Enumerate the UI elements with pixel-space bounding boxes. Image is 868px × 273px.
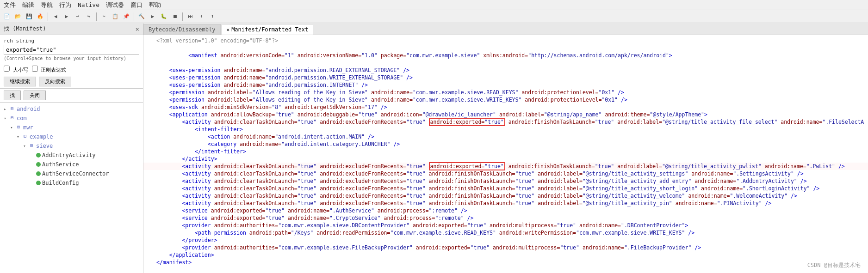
tree-item-android[interactable]: ▸ ⊞ android	[0, 104, 143, 114]
sep4	[182, 12, 183, 21]
package-icon-sieve: ⊞	[28, 143, 35, 149]
toolbar-open[interactable]: 📂	[13, 12, 23, 22]
search-close-icon[interactable]: ×	[136, 26, 139, 32]
toolbar-stop[interactable]: ⏹	[170, 12, 180, 22]
menu-edit[interactable]: 编辑	[22, 1, 34, 9]
left-panel: 找 (Manifest) × rch string (Control+Space…	[0, 23, 143, 273]
search-input[interactable]	[4, 45, 139, 55]
toolbar-save[interactable]: 💾	[24, 12, 34, 22]
search-hint: (Control+Space to browse your input hist…	[4, 56, 139, 61]
menu-window[interactable]: 窗口	[130, 1, 143, 9]
toolbar-fire[interactable]: 🔥	[35, 12, 45, 22]
class-icon-addentry	[36, 153, 41, 158]
code-line-6: <permission android:label="Allows readin…	[143, 89, 868, 96]
tab-bytecode[interactable]: Bytecode/Disassembly	[143, 24, 221, 35]
tab-bar: Bytecode/Disassembly ✕ Manifest/Formatte…	[143, 23, 868, 35]
search-form: rch string (Control+Space to browse your…	[0, 35, 143, 64]
code-line-14: </intent-filter>	[143, 148, 868, 155]
tree-label-authservice: AuthService	[42, 161, 79, 168]
menu-debugger[interactable]: 调试器	[106, 1, 124, 9]
search-panel-header: 找 (Manifest) ×	[0, 23, 143, 35]
tree-label-android: android	[17, 106, 40, 112]
menu-bar: 文件 编辑 导航 行为 Native 调试器 窗口 帮助	[0, 0, 868, 10]
code-line-9: <application android:allowBackup="true" …	[143, 111, 868, 118]
tree-label-example: example	[30, 133, 53, 140]
code-line-25: <path-permission android:path="/Keys" an…	[143, 229, 868, 237]
sep2	[96, 12, 97, 21]
code-line-26: </provider>	[143, 237, 868, 244]
tree-item-sieve[interactable]: ▾ ⊞ sieve	[0, 141, 143, 151]
close-search-button[interactable]: 关闭	[24, 91, 46, 100]
tree-label-addentry: AddEntryActivity	[42, 152, 96, 158]
code-line-24: <provider android:authorities="com.mwr.e…	[143, 222, 868, 229]
menu-navigate[interactable]: 导航	[41, 1, 53, 9]
code-line-5: <uses-permission android:name="android.p…	[143, 81, 868, 89]
watermark: CSDN @目标是技术宅	[807, 261, 861, 269]
toolbar-debug[interactable]: 🐛	[159, 12, 169, 22]
toolbar-back[interactable]: ◀	[50, 12, 61, 22]
continue-search-button[interactable]: 继续搜索	[4, 77, 36, 86]
toolbar-forward[interactable]: ▶	[62, 12, 72, 22]
toolbar-cut[interactable]: ✂	[99, 12, 109, 22]
search-panel-title: 找 (Manifest)	[4, 25, 46, 33]
toolbar-step-over[interactable]: ⏭	[185, 12, 195, 22]
code-line-2: <manifest android:versionCode="1" androi…	[143, 44, 868, 67]
tree-item-mwr[interactable]: ▾ ⊞ mwr	[0, 123, 143, 132]
code-line-19: <activity android:clearTaskOnLaunch="tru…	[143, 185, 868, 192]
expand-buildconfig	[30, 181, 36, 185]
tree-item-authserviceconnector[interactable]: AuthServiceConnector	[0, 169, 143, 178]
main-layout: 找 (Manifest) × rch string (Control+Space…	[0, 23, 868, 273]
tree-item-example[interactable]: ▾ ⊞ example	[0, 132, 143, 141]
expand-sieve[interactable]: ▾	[21, 144, 28, 148]
package-icon-mwr: ⊞	[15, 124, 22, 131]
menu-native[interactable]: Native	[78, 1, 99, 8]
search-buttons: 继续搜索 反向搜索	[0, 75, 143, 89]
toolbar-paste[interactable]: 📌	[121, 12, 131, 22]
menu-help[interactable]: 帮助	[149, 1, 161, 9]
code-line-17: <activity android:clearTaskOnLaunch="tru…	[143, 170, 868, 177]
find-button[interactable]: 找	[4, 91, 21, 100]
case-sensitive-label[interactable]: 大小写	[4, 66, 28, 73]
search-label: rch string	[4, 38, 139, 44]
regex-label[interactable]: 正则表达式	[32, 66, 67, 73]
toolbar-run[interactable]: ▶	[148, 12, 158, 22]
package-icon-example: ⊞	[21, 133, 29, 140]
toolbar-redo[interactable]: ↪	[84, 12, 94, 22]
code-line-15: </activity>	[143, 155, 868, 163]
reverse-search-button[interactable]: 反向搜索	[39, 77, 71, 86]
tree-item-addentry[interactable]: AddEntryActivity	[0, 151, 143, 160]
toolbar-step-out[interactable]: ⬆	[207, 12, 217, 22]
toolbar-undo[interactable]: ↩	[73, 12, 83, 22]
regex-checkbox[interactable]	[32, 66, 38, 72]
tab-manifest[interactable]: ✕ Manifest/Formatted Text	[222, 24, 314, 35]
sep3	[134, 12, 134, 21]
code-area[interactable]: <?xml version="1.0" encoding="UTF-8"?> <…	[143, 35, 868, 273]
toolbar-step-into[interactable]: ⬇	[196, 12, 206, 22]
code-line-3: <uses-permission android:name="android.p…	[143, 67, 868, 74]
tree-item-buildconfig[interactable]: BuildConfig	[0, 178, 143, 188]
code-line-8: <uses-sdk android:minSdkVersion="8" andr…	[143, 103, 868, 111]
package-icon-android: ⊞	[8, 106, 16, 112]
toolbar-copy[interactable]: 📋	[110, 12, 120, 22]
code-line-21: <activity android:clearTaskOnLaunch="tru…	[143, 200, 868, 207]
menu-file[interactable]: 文件	[4, 1, 16, 9]
code-line-11: <intent-filter>	[143, 126, 868, 133]
expand-authserviceconnector	[30, 171, 36, 176]
code-line-27: <provider android:authorities="com.mwr.e…	[143, 244, 868, 251]
toolbar-new[interactable]: 📄	[2, 12, 12, 22]
expand-mwr[interactable]: ▾	[8, 125, 15, 130]
class-icon-buildconfig	[36, 181, 41, 185]
code-line-7: <permission android:label="Allows editin…	[143, 96, 868, 103]
code-line-20: <activity android:clearTaskOnLaunch="tru…	[143, 192, 868, 200]
code-line-16: <activity android:clearTaskOnLaunch="tru…	[143, 163, 868, 170]
tree-label-mwr: mwr	[23, 124, 33, 131]
expand-example[interactable]: ▾	[15, 134, 21, 139]
tree-item-com[interactable]: ▾ ⊞ com	[0, 114, 143, 123]
tree-item-authservice[interactable]: AuthService	[0, 160, 143, 169]
case-sensitive-checkbox[interactable]	[4, 66, 10, 72]
menu-action[interactable]: 行为	[59, 1, 71, 9]
toolbar-build[interactable]: 🔨	[136, 12, 147, 22]
expand-com[interactable]: ▾	[2, 116, 8, 121]
expand-android[interactable]: ▸	[2, 107, 8, 111]
tree-label-authserviceconnector: AuthServiceConnector	[42, 170, 109, 177]
